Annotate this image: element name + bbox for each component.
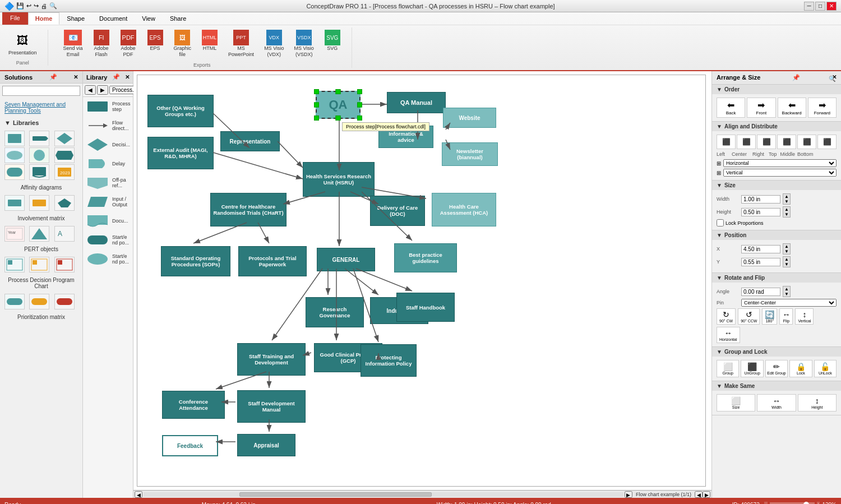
- height-spin[interactable]: ▲▼: [783, 206, 791, 218]
- tab-shape[interactable]: Shape: [59, 12, 92, 25]
- library-shape-start-end-1[interactable]: Start/e nd po...: [83, 230, 133, 249]
- hsru-box[interactable]: Health Services Research Unit (HSRU): [303, 162, 375, 197]
- zoom-controls[interactable]: − + 139%: [764, 502, 837, 505]
- distribute-h-select[interactable]: Horizontal: [723, 159, 837, 167]
- lib-thumb-9[interactable]: 2023: [54, 164, 75, 180]
- edit-group-button[interactable]: ✏ Edit Group: [765, 360, 788, 377]
- ms-powerpoint-button[interactable]: PPT MSPowerPoint: [224, 27, 258, 60]
- window-controls[interactable]: ─ □ ✕: [804, 2, 837, 11]
- rotate-90cw-button[interactable]: ↻ 90° CW: [717, 308, 736, 325]
- tab-home[interactable]: Home: [28, 12, 60, 25]
- align-section-header[interactable]: ▼ Align and Distribute: [712, 122, 841, 131]
- pin-select[interactable]: Center-Center: [741, 299, 837, 307]
- external-audit-box[interactable]: External Audit (MAGI, R&D, MHRA): [147, 137, 214, 169]
- solutions-search-input[interactable]: [2, 86, 80, 96]
- lib-thumb-17[interactable]: [29, 257, 49, 272]
- ms-visio-vdx-button[interactable]: VDX MS Visio(VDX): [260, 27, 288, 60]
- research-gov-box[interactable]: Research Governance: [306, 297, 364, 327]
- solutions-pin[interactable]: 📌: [49, 73, 57, 81]
- rotate-180-button[interactable]: 🔄 180°: [762, 308, 777, 325]
- group-button[interactable]: ⬜ Group: [717, 360, 739, 377]
- ms-visio-vsdx-button[interactable]: VSDX MS Visio(VSDX): [290, 27, 317, 60]
- website-box[interactable]: Website: [443, 108, 496, 128]
- hca-box[interactable]: Health Care Assessment (HCA): [432, 193, 496, 226]
- width-input[interactable]: [741, 195, 780, 204]
- protecting-info-box[interactable]: Protecting Information Policy: [361, 344, 417, 377]
- general-box[interactable]: GENERAL: [317, 248, 375, 271]
- quick-access-redo[interactable]: ↪: [34, 2, 39, 10]
- library-close[interactable]: ✕: [125, 74, 130, 80]
- scrollbar-thumb-h[interactable]: [239, 492, 431, 497]
- lib-thumb-10[interactable]: [4, 195, 25, 211]
- angle-input[interactable]: [741, 288, 780, 296]
- lib-thumb-19[interactable]: [4, 294, 25, 309]
- solutions-close[interactable]: ✕: [73, 74, 78, 80]
- library-shape-decision[interactable]: Decisi...: [83, 135, 133, 154]
- rotate-section-header[interactable]: ▼ Rotate and Flip: [712, 273, 841, 283]
- library-shape-input-output[interactable]: Input / Output: [83, 192, 133, 211]
- lib-thumb-5[interactable]: [29, 147, 49, 163]
- library-shape-offpage[interactable]: Off-pa ref...: [83, 173, 133, 192]
- align-bottom-button[interactable]: ⬛: [817, 135, 837, 149]
- quick-access-undo[interactable]: ↩: [26, 2, 31, 10]
- lock-proportions-checkbox[interactable]: [717, 219, 724, 226]
- appraisal-box[interactable]: Appraisal: [237, 434, 295, 456]
- send-email-button[interactable]: 📧 Send viaEmail: [59, 27, 87, 60]
- align-middle-button[interactable]: ⬛: [797, 135, 816, 149]
- staff-training-box[interactable]: Staff Training and Development: [237, 343, 306, 376]
- staff-handbook-box[interactable]: Staff Handbook: [396, 293, 455, 322]
- forward-button[interactable]: ➡ Forward: [808, 98, 837, 118]
- size-section-header[interactable]: ▼ Size: [712, 181, 841, 190]
- x-spin[interactable]: ▲▼: [783, 243, 791, 255]
- qa-manual-box[interactable]: QA Manual: [387, 92, 446, 113]
- html-button[interactable]: HTML HTML: [197, 27, 222, 60]
- protocols-box[interactable]: Protocols and Trial Paperwork: [238, 246, 307, 276]
- front-button[interactable]: ➡ Front: [747, 98, 775, 118]
- quick-access-print[interactable]: 🖨: [41, 3, 47, 10]
- library-shape-start-end-2[interactable]: Start/e nd po...: [83, 249, 133, 269]
- chart-box[interactable]: Centre for Healthcare Randomised Trials …: [210, 193, 287, 226]
- x-input[interactable]: [741, 245, 780, 253]
- same-width-button[interactable]: ↔ Width: [757, 394, 796, 411]
- tab-file[interactable]: File: [2, 12, 28, 25]
- zoom-in-button[interactable]: +: [817, 502, 820, 505]
- scroll-prev-page[interactable]: ◀: [695, 491, 703, 498]
- minimize-button[interactable]: ─: [804, 2, 814, 11]
- library-shape-delay[interactable]: Delay: [83, 154, 133, 173]
- align-center-button[interactable]: ⬛: [737, 135, 756, 149]
- same-size-button[interactable]: ⬜ Size: [717, 394, 755, 411]
- tab-document[interactable]: Document: [92, 12, 135, 25]
- quick-access-zoom[interactable]: 🔍: [49, 2, 57, 10]
- sops-box[interactable]: Standard Operating Procedures (SOPs): [161, 246, 230, 276]
- scroll-next-page[interactable]: ▶: [703, 491, 710, 498]
- tab-view[interactable]: View: [135, 12, 163, 25]
- lib-thumb-4[interactable]: [4, 147, 25, 163]
- library-shape-flow-direction[interactable]: Flow direct...: [83, 116, 133, 135]
- quick-access-save[interactable]: 💾: [16, 2, 24, 10]
- back-button[interactable]: ⬅ Back: [717, 98, 745, 118]
- zoom-out-button[interactable]: −: [764, 502, 768, 505]
- canvas-border[interactable]: QA Process step[Process flowchart.cdl] Q…: [137, 75, 706, 487]
- lock-button[interactable]: 🔒 Lock: [789, 360, 812, 377]
- library-prev-button[interactable]: ◀: [85, 85, 96, 95]
- lib-thumb-16[interactable]: [4, 257, 25, 272]
- flip-button[interactable]: ↔ Flip: [779, 308, 793, 325]
- lib-thumb-1[interactable]: [4, 131, 25, 146]
- lib-thumb-8[interactable]: [29, 164, 49, 180]
- scroll-right-button[interactable]: ▶: [625, 491, 632, 498]
- newsletter-box[interactable]: Newsletter (biannual): [442, 142, 498, 166]
- library-next-button[interactable]: ▶: [97, 85, 108, 95]
- width-spin[interactable]: ▲▼: [783, 193, 791, 205]
- solutions-item-link[interactable]: Seven Management and Planning Tools: [0, 98, 82, 117]
- zoom-slider-thumb[interactable]: [803, 502, 809, 504]
- lib-thumb-21[interactable]: [54, 294, 75, 309]
- adobe-flash-button[interactable]: Fl AdobeFlash: [89, 27, 114, 60]
- lib-thumb-14[interactable]: [29, 226, 49, 242]
- angle-spin[interactable]: ▲▼: [783, 286, 791, 297]
- lib-thumb-20[interactable]: [29, 294, 49, 309]
- adobe-pdf-button[interactable]: PDF AdobePDF: [116, 27, 141, 60]
- conference-box[interactable]: Conference Attendance: [162, 391, 225, 419]
- make-same-section-header[interactable]: ▼ Make Same: [712, 381, 841, 391]
- delivery-care-box[interactable]: Delivery of Care (DOC): [370, 196, 425, 226]
- library-shape-document[interactable]: Docu...: [83, 211, 133, 230]
